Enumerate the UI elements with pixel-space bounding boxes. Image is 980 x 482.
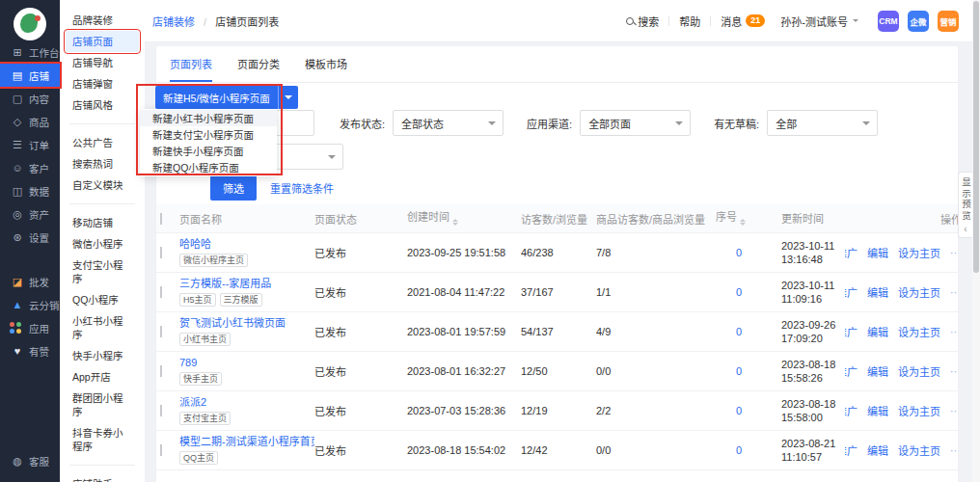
action-推广[interactable]: 推广 xyxy=(845,403,858,418)
filter-select[interactable]: 全部状态 xyxy=(393,110,504,136)
subnav-item[interactable]: 抖音卡券小程序 xyxy=(66,422,139,457)
row-checkbox[interactable] xyxy=(160,286,179,298)
subnav-item[interactable]: 店铺导航 xyxy=(66,52,139,73)
sidebar-item-10[interactable]: ▲ 云分销 xyxy=(0,293,60,316)
more-actions-button[interactable]: ⋯ xyxy=(950,326,958,338)
menu-item[interactable]: 新建QQ小程序页面 xyxy=(140,159,277,175)
row-checkbox[interactable] xyxy=(160,444,179,456)
account-menu[interactable]: 孙孙-测试账号 xyxy=(780,13,858,29)
sidebar-item-6[interactable]: ◫ 数据 xyxy=(0,179,60,202)
new-page-split-button[interactable]: 新建H5/微信小程序页面 xyxy=(155,86,298,109)
column-header[interactable]: 创建时间 xyxy=(407,208,521,228)
menu-item[interactable]: 新建快手小程序页面 xyxy=(140,143,277,159)
action-推广[interactable]: 推广 xyxy=(845,363,858,379)
sequence-link[interactable]: 0 xyxy=(716,326,776,337)
subnav-item[interactable]: 微信小程序 xyxy=(66,233,139,254)
menu-item[interactable]: 新建小红书小程序页面 xyxy=(140,110,277,126)
subnav-item[interactable]: 店铺页面 xyxy=(66,31,139,52)
help-button[interactable]: 帮助 xyxy=(679,13,700,29)
sequence-link[interactable]: 0 xyxy=(716,247,776,258)
subnav-item[interactable]: QQ小程序 xyxy=(66,289,139,310)
menu-item[interactable]: 新建支付宝小程序页面 xyxy=(140,126,277,143)
subnav-item[interactable]: 搜索热词 xyxy=(66,153,139,174)
reset-filters-link[interactable]: 重置筛选条件 xyxy=(270,180,334,196)
app-shortcut-企微[interactable]: 企微 xyxy=(908,11,929,32)
action-推广[interactable]: 推广 xyxy=(845,245,858,260)
show-preview-toggle[interactable]: 显示预览 ‹ xyxy=(958,172,972,238)
more-actions-button[interactable]: ⋯ xyxy=(950,286,958,299)
sidebar-item-12[interactable]: ♥ 有赞 xyxy=(0,339,60,362)
action-设为主页[interactable]: 设为主页 xyxy=(898,363,940,379)
sidebar-item-5[interactable]: ☺ 客户 xyxy=(0,156,60,179)
subnav-item[interactable]: 店铺风格 xyxy=(66,94,139,116)
action-推广[interactable]: 推广 xyxy=(845,324,858,339)
page-name-link[interactable]: 模型二期-测试渠道小程序首页 xyxy=(179,436,314,447)
subnav-item[interactable]: 群团团小程序 xyxy=(66,388,139,422)
subnav-item[interactable]: 移动店铺 xyxy=(66,212,139,233)
action-设为主页[interactable]: 设为主页 xyxy=(898,403,940,418)
sidebar-item-1[interactable]: ▤ 店铺 xyxy=(0,64,60,87)
column-header[interactable]: 序号 xyxy=(716,208,781,228)
app-shortcut-CRM[interactable]: CRM xyxy=(878,11,899,32)
more-actions-button[interactable]: ⋯ xyxy=(950,365,958,378)
filter-select[interactable]: 全部页面 xyxy=(580,110,691,136)
action-设为主页[interactable]: 设为主页 xyxy=(898,442,940,458)
customer-service-button[interactable]: ◍ 客服 xyxy=(0,449,60,472)
action-推广[interactable]: 推广 xyxy=(845,442,858,458)
sidebar-item-0[interactable]: ⊞ 工作台 xyxy=(0,40,60,64)
subnav-item[interactable]: 自定义模块 xyxy=(66,174,139,196)
subnav-item[interactable]: 小红书小程序 xyxy=(66,310,139,345)
action-编辑[interactable]: 编辑 xyxy=(867,442,888,458)
dropdown-toggle[interactable] xyxy=(278,86,298,109)
page-name-link[interactable]: 派派2 xyxy=(179,396,206,408)
row-checkbox[interactable] xyxy=(160,405,179,416)
action-编辑[interactable]: 编辑 xyxy=(867,403,888,418)
store-logo-avatar[interactable] xyxy=(14,8,46,40)
subnav-item[interactable]: 店铺弹窗 xyxy=(66,73,139,94)
sidebar-item-3[interactable]: ◇ 商品 xyxy=(0,110,60,133)
tab-页面分类[interactable]: 页面分类 xyxy=(237,46,280,82)
breadcrumb-link-decoration[interactable]: 店铺装修 xyxy=(152,16,195,28)
tab-页面列表[interactable]: 页面列表 xyxy=(170,46,212,82)
app-shortcut-营销[interactable]: 营销 xyxy=(938,11,959,32)
action-编辑[interactable]: 编辑 xyxy=(867,245,888,260)
filter-select[interactable]: 全部 xyxy=(767,110,878,136)
sidebar-item-4[interactable]: ☰ 订单 xyxy=(0,133,60,156)
sidebar-item-7[interactable]: ◎ 资产 xyxy=(0,202,60,226)
tab-模板市场[interactable]: 模板市场 xyxy=(305,46,347,82)
sequence-link[interactable]: 0 xyxy=(716,365,776,377)
more-actions-button[interactable]: ⋯ xyxy=(950,247,958,259)
subnav-item[interactable]: 店铺助手 xyxy=(66,473,139,482)
action-推广[interactable]: 推广 xyxy=(845,284,858,300)
subnav-item[interactable]: App开店 xyxy=(66,366,139,388)
action-编辑[interactable]: 编辑 xyxy=(867,284,888,300)
action-设为主页[interactable]: 设为主页 xyxy=(898,324,940,339)
action-编辑[interactable]: 编辑 xyxy=(867,363,888,379)
action-设为主页[interactable]: 设为主页 xyxy=(898,284,940,300)
scrollbar-thumb[interactable] xyxy=(973,1,979,273)
row-checkbox[interactable] xyxy=(160,326,179,337)
page-name-link[interactable]: 哈哈哈 xyxy=(179,238,211,250)
more-actions-button[interactable]: ⋯ xyxy=(950,405,958,417)
sidebar-item-8[interactable]: ⊛ 设置 xyxy=(0,226,60,249)
more-actions-button[interactable]: ⋯ xyxy=(950,444,958,457)
sequence-link[interactable]: 0 xyxy=(716,444,776,456)
row-checkbox[interactable] xyxy=(160,365,179,377)
row-checkbox[interactable] xyxy=(160,247,179,258)
sequence-link[interactable]: 0 xyxy=(716,286,776,298)
messages-button[interactable]: 消息 21 xyxy=(721,13,765,29)
select-all-checkbox[interactable] xyxy=(160,213,179,225)
sidebar-item-11[interactable]: 应用 xyxy=(0,316,60,339)
page-name-link[interactable]: 贺飞测试小红书微页面 xyxy=(179,317,286,329)
page-name-link[interactable]: 三方模版--家居用品 xyxy=(179,278,271,289)
sort-icon[interactable] xyxy=(452,216,458,228)
search-button[interactable]: 搜索 xyxy=(626,13,659,29)
sort-icon[interactable] xyxy=(740,216,746,228)
subnav-item[interactable]: 支付宝小程序 xyxy=(66,254,139,289)
filter-button[interactable]: 筛选 xyxy=(210,175,257,201)
subnav-item[interactable]: 快手小程序 xyxy=(66,345,139,366)
action-编辑[interactable]: 编辑 xyxy=(867,324,888,339)
sidebar-item-2[interactable]: ▢ 内容 xyxy=(0,87,60,110)
page-scrollbar[interactable] xyxy=(972,0,980,482)
subnav-item[interactable]: 品牌装修 xyxy=(66,10,139,31)
